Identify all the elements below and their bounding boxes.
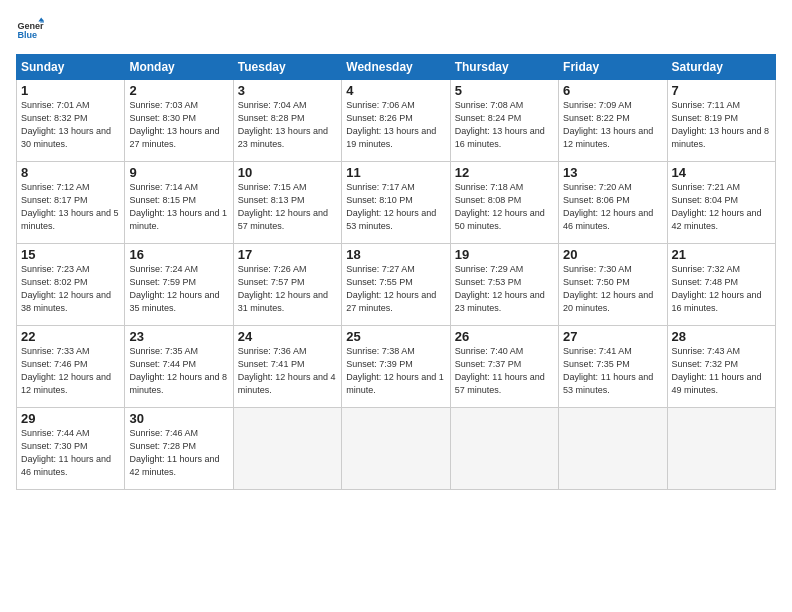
day-number: 17 xyxy=(238,247,337,262)
day-info: Sunrise: 7:23 AMSunset: 8:02 PMDaylight:… xyxy=(21,263,120,315)
calendar-table: SundayMondayTuesdayWednesdayThursdayFrid… xyxy=(16,54,776,490)
day-header-tuesday: Tuesday xyxy=(233,55,341,80)
calendar-header-row: SundayMondayTuesdayWednesdayThursdayFrid… xyxy=(17,55,776,80)
day-number: 13 xyxy=(563,165,662,180)
day-number: 25 xyxy=(346,329,445,344)
day-info: Sunrise: 7:35 AMSunset: 7:44 PMDaylight:… xyxy=(129,345,228,397)
logo: General Blue xyxy=(16,16,44,44)
calendar-cell: 10Sunrise: 7:15 AMSunset: 8:13 PMDayligh… xyxy=(233,162,341,244)
calendar-cell: 15Sunrise: 7:23 AMSunset: 8:02 PMDayligh… xyxy=(17,244,125,326)
day-info: Sunrise: 7:12 AMSunset: 8:17 PMDaylight:… xyxy=(21,181,120,233)
logo-icon: General Blue xyxy=(16,16,44,44)
day-number: 30 xyxy=(129,411,228,426)
day-info: Sunrise: 7:06 AMSunset: 8:26 PMDaylight:… xyxy=(346,99,445,151)
day-info: Sunrise: 7:14 AMSunset: 8:15 PMDaylight:… xyxy=(129,181,228,233)
calendar-cell xyxy=(450,408,558,490)
calendar-cell: 13Sunrise: 7:20 AMSunset: 8:06 PMDayligh… xyxy=(559,162,667,244)
day-number: 1 xyxy=(21,83,120,98)
day-header-sunday: Sunday xyxy=(17,55,125,80)
day-info: Sunrise: 7:04 AMSunset: 8:28 PMDaylight:… xyxy=(238,99,337,151)
calendar-cell: 22Sunrise: 7:33 AMSunset: 7:46 PMDayligh… xyxy=(17,326,125,408)
day-header-monday: Monday xyxy=(125,55,233,80)
calendar-cell: 21Sunrise: 7:32 AMSunset: 7:48 PMDayligh… xyxy=(667,244,775,326)
calendar-cell: 20Sunrise: 7:30 AMSunset: 7:50 PMDayligh… xyxy=(559,244,667,326)
calendar-cell: 24Sunrise: 7:36 AMSunset: 7:41 PMDayligh… xyxy=(233,326,341,408)
day-info: Sunrise: 7:08 AMSunset: 8:24 PMDaylight:… xyxy=(455,99,554,151)
day-info: Sunrise: 7:11 AMSunset: 8:19 PMDaylight:… xyxy=(672,99,771,151)
day-info: Sunrise: 7:20 AMSunset: 8:06 PMDaylight:… xyxy=(563,181,662,233)
day-info: Sunrise: 7:26 AMSunset: 7:57 PMDaylight:… xyxy=(238,263,337,315)
day-info: Sunrise: 7:27 AMSunset: 7:55 PMDaylight:… xyxy=(346,263,445,315)
day-number: 10 xyxy=(238,165,337,180)
calendar-cell: 9Sunrise: 7:14 AMSunset: 8:15 PMDaylight… xyxy=(125,162,233,244)
day-info: Sunrise: 7:03 AMSunset: 8:30 PMDaylight:… xyxy=(129,99,228,151)
day-header-thursday: Thursday xyxy=(450,55,558,80)
day-info: Sunrise: 7:41 AMSunset: 7:35 PMDaylight:… xyxy=(563,345,662,397)
calendar-week-1: 8Sunrise: 7:12 AMSunset: 8:17 PMDaylight… xyxy=(17,162,776,244)
day-number: 11 xyxy=(346,165,445,180)
day-info: Sunrise: 7:44 AMSunset: 7:30 PMDaylight:… xyxy=(21,427,120,479)
day-info: Sunrise: 7:15 AMSunset: 8:13 PMDaylight:… xyxy=(238,181,337,233)
day-number: 29 xyxy=(21,411,120,426)
calendar-cell xyxy=(667,408,775,490)
svg-text:Blue: Blue xyxy=(17,30,37,40)
calendar-cell: 16Sunrise: 7:24 AMSunset: 7:59 PMDayligh… xyxy=(125,244,233,326)
day-number: 27 xyxy=(563,329,662,344)
day-info: Sunrise: 7:46 AMSunset: 7:28 PMDaylight:… xyxy=(129,427,228,479)
day-number: 26 xyxy=(455,329,554,344)
calendar-cell xyxy=(559,408,667,490)
calendar-cell: 6Sunrise: 7:09 AMSunset: 8:22 PMDaylight… xyxy=(559,80,667,162)
calendar-cell xyxy=(233,408,341,490)
calendar-cell: 12Sunrise: 7:18 AMSunset: 8:08 PMDayligh… xyxy=(450,162,558,244)
day-info: Sunrise: 7:18 AMSunset: 8:08 PMDaylight:… xyxy=(455,181,554,233)
day-number: 20 xyxy=(563,247,662,262)
day-number: 12 xyxy=(455,165,554,180)
day-info: Sunrise: 7:01 AMSunset: 8:32 PMDaylight:… xyxy=(21,99,120,151)
day-number: 14 xyxy=(672,165,771,180)
day-info: Sunrise: 7:21 AMSunset: 8:04 PMDaylight:… xyxy=(672,181,771,233)
calendar-cell: 26Sunrise: 7:40 AMSunset: 7:37 PMDayligh… xyxy=(450,326,558,408)
calendar-cell: 30Sunrise: 7:46 AMSunset: 7:28 PMDayligh… xyxy=(125,408,233,490)
day-info: Sunrise: 7:33 AMSunset: 7:46 PMDaylight:… xyxy=(21,345,120,397)
calendar-cell: 5Sunrise: 7:08 AMSunset: 8:24 PMDaylight… xyxy=(450,80,558,162)
day-number: 21 xyxy=(672,247,771,262)
calendar-cell: 14Sunrise: 7:21 AMSunset: 8:04 PMDayligh… xyxy=(667,162,775,244)
calendar-week-0: 1Sunrise: 7:01 AMSunset: 8:32 PMDaylight… xyxy=(17,80,776,162)
calendar-cell: 27Sunrise: 7:41 AMSunset: 7:35 PMDayligh… xyxy=(559,326,667,408)
calendar-week-4: 29Sunrise: 7:44 AMSunset: 7:30 PMDayligh… xyxy=(17,408,776,490)
calendar-cell: 1Sunrise: 7:01 AMSunset: 8:32 PMDaylight… xyxy=(17,80,125,162)
calendar-cell: 18Sunrise: 7:27 AMSunset: 7:55 PMDayligh… xyxy=(342,244,450,326)
day-info: Sunrise: 7:38 AMSunset: 7:39 PMDaylight:… xyxy=(346,345,445,397)
day-info: Sunrise: 7:30 AMSunset: 7:50 PMDaylight:… xyxy=(563,263,662,315)
day-info: Sunrise: 7:40 AMSunset: 7:37 PMDaylight:… xyxy=(455,345,554,397)
day-number: 18 xyxy=(346,247,445,262)
day-number: 9 xyxy=(129,165,228,180)
calendar-cell: 19Sunrise: 7:29 AMSunset: 7:53 PMDayligh… xyxy=(450,244,558,326)
day-number: 8 xyxy=(21,165,120,180)
calendar-cell: 2Sunrise: 7:03 AMSunset: 8:30 PMDaylight… xyxy=(125,80,233,162)
day-info: Sunrise: 7:24 AMSunset: 7:59 PMDaylight:… xyxy=(129,263,228,315)
day-number: 19 xyxy=(455,247,554,262)
calendar-cell: 4Sunrise: 7:06 AMSunset: 8:26 PMDaylight… xyxy=(342,80,450,162)
calendar-week-3: 22Sunrise: 7:33 AMSunset: 7:46 PMDayligh… xyxy=(17,326,776,408)
calendar-week-2: 15Sunrise: 7:23 AMSunset: 8:02 PMDayligh… xyxy=(17,244,776,326)
header: General Blue xyxy=(16,16,776,44)
day-number: 2 xyxy=(129,83,228,98)
day-number: 15 xyxy=(21,247,120,262)
calendar-cell: 29Sunrise: 7:44 AMSunset: 7:30 PMDayligh… xyxy=(17,408,125,490)
svg-text:General: General xyxy=(17,21,44,31)
day-info: Sunrise: 7:09 AMSunset: 8:22 PMDaylight:… xyxy=(563,99,662,151)
day-header-wednesday: Wednesday xyxy=(342,55,450,80)
calendar-cell: 3Sunrise: 7:04 AMSunset: 8:28 PMDaylight… xyxy=(233,80,341,162)
day-number: 6 xyxy=(563,83,662,98)
calendar-cell: 17Sunrise: 7:26 AMSunset: 7:57 PMDayligh… xyxy=(233,244,341,326)
day-info: Sunrise: 7:43 AMSunset: 7:32 PMDaylight:… xyxy=(672,345,771,397)
day-number: 4 xyxy=(346,83,445,98)
day-number: 24 xyxy=(238,329,337,344)
day-info: Sunrise: 7:17 AMSunset: 8:10 PMDaylight:… xyxy=(346,181,445,233)
calendar-cell: 11Sunrise: 7:17 AMSunset: 8:10 PMDayligh… xyxy=(342,162,450,244)
calendar-cell xyxy=(342,408,450,490)
day-number: 7 xyxy=(672,83,771,98)
day-info: Sunrise: 7:32 AMSunset: 7:48 PMDaylight:… xyxy=(672,263,771,315)
day-info: Sunrise: 7:36 AMSunset: 7:41 PMDaylight:… xyxy=(238,345,337,397)
